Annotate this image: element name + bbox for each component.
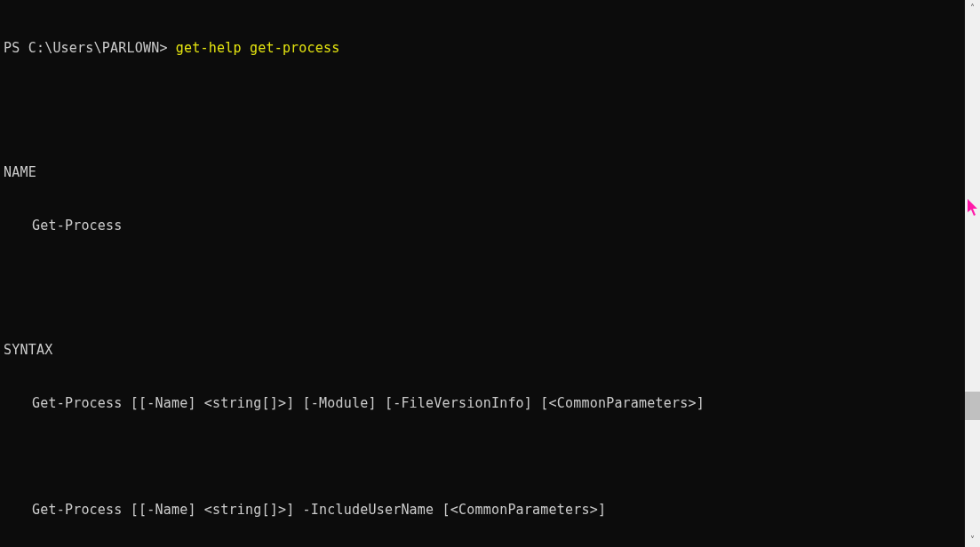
section-header-name: NAME [4,163,965,181]
vertical-scrollbar[interactable]: ˄ ˅ [965,0,980,547]
syntax-line: Get-Process [[-Name] <string[]>] [-Modul… [4,394,965,412]
prompt-path: PS C:\Users\PARLOWN> [4,40,168,56]
chevron-down-icon: ˅ [970,535,975,544]
command-get-process: get-process [250,40,340,56]
scroll-down-button[interactable]: ˅ [965,532,980,547]
chevron-up-icon: ˄ [970,4,975,12]
command-get-help: get-help [176,40,242,56]
blank-line [4,270,965,288]
section-header-syntax: SYNTAX [4,341,965,359]
scrollbar-thumb[interactable] [965,392,980,420]
scrollbar-track[interactable] [965,15,980,532]
prompt-line: PS C:\Users\PARLOWN> get-help get-proces… [4,39,965,57]
blank-line [4,92,965,110]
syntax-line: Get-Process [[-Name] <string[]>] -Includ… [4,501,965,519]
name-value: Get-Process [4,217,965,234]
blank-line [4,448,965,465]
scroll-up-button[interactable]: ˄ [965,0,980,15]
powershell-terminal[interactable]: PS C:\Users\PARLOWN> get-help get-proces… [0,0,980,547]
terminal-output[interactable]: PS C:\Users\PARLOWN> get-help get-proces… [0,0,965,547]
